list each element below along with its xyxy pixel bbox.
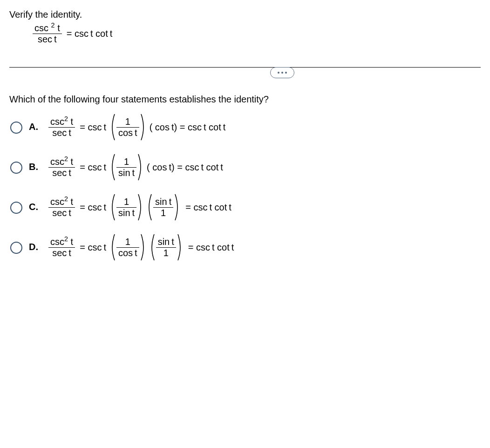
fraction: 1cos t xyxy=(116,116,139,138)
paren-group: 1sin t xyxy=(109,153,144,181)
eq-tail: = csc t cot t xyxy=(188,242,234,253)
fraction: 1cos t xyxy=(116,237,139,258)
fraction: sin t1 xyxy=(153,197,173,218)
identity-num-exp: 2 xyxy=(51,21,55,29)
ellipsis-icon xyxy=(278,72,279,74)
eq-mid-pre: = csc t xyxy=(80,242,106,253)
fraction: 1sin t xyxy=(116,156,136,178)
p1-num: 1 xyxy=(116,116,139,127)
eq-tail: ( cos t) = csc t cot t xyxy=(147,162,223,173)
choice-equation: csc2 tsec t= csc t1cos tsin t1= csc t co… xyxy=(48,233,234,261)
radio-option-b[interactable] xyxy=(10,162,22,174)
lhs-den: sec t xyxy=(48,207,75,218)
p2-den: 1 xyxy=(153,207,173,218)
choice-equation: csc2 tsec t= csc t1cos t( cos t) = csc t… xyxy=(48,113,225,141)
identity-equation: csc 2 t sec t = csc t cot t xyxy=(33,23,481,45)
p1-den: cos t xyxy=(116,127,139,138)
lhs-num: csc2 t xyxy=(48,156,75,167)
ellipsis-icon xyxy=(281,72,283,74)
eq-tail: ( cos t) = csc t cot t xyxy=(150,122,226,133)
choice-equation: csc2 tsec t= csc t1sin tsin t1= csc t co… xyxy=(48,193,231,221)
divider-line xyxy=(9,67,481,68)
lhs-num: csc2 t xyxy=(48,197,75,207)
p2-den: 1 xyxy=(156,247,176,258)
choice-equation: csc2 tsec t= csc t1sin t( cos t) = csc t… xyxy=(48,153,223,181)
eq-tail: = csc t cot t xyxy=(185,202,231,213)
identity-num-var: t xyxy=(57,23,60,33)
p2-num: sin t xyxy=(156,237,176,247)
eq-mid-pre: = csc t xyxy=(80,202,106,213)
lhs-fraction: csc2 tsec t xyxy=(48,197,75,218)
paren-group: sin t1 xyxy=(146,193,181,221)
choice-label: A. xyxy=(29,122,42,132)
eq-mid-pre: = csc t xyxy=(80,122,106,133)
lhs-den: sec t xyxy=(48,127,75,138)
radio-option-c[interactable] xyxy=(10,202,22,214)
choice-label: B. xyxy=(29,162,42,172)
prompt-text: Verify the identity. xyxy=(9,9,481,20)
identity-rhs: = csc t cot t xyxy=(67,28,113,39)
identity-num-fn: csc xyxy=(34,23,48,33)
p1-num: 1 xyxy=(116,237,139,247)
p1-den: sin t xyxy=(116,207,136,218)
lhs-fraction: csc2 tsec t xyxy=(48,156,75,178)
radio-option-a[interactable] xyxy=(10,122,22,134)
lhs-num: csc2 t xyxy=(48,237,75,247)
choice-row: C.csc2 tsec t= csc t1sin tsin t1= csc t … xyxy=(10,193,481,221)
choice-label: D. xyxy=(29,242,42,252)
paren-group: sin t1 xyxy=(149,233,184,261)
lhs-fraction: csc2 tsec t xyxy=(48,237,75,258)
fraction: 1sin t xyxy=(116,197,136,218)
paren-group: 1sin t xyxy=(109,193,144,221)
p1-den: cos t xyxy=(116,247,139,258)
fraction: sin t1 xyxy=(156,237,176,258)
lhs-num: csc2 t xyxy=(48,116,75,127)
identity-lhs-fraction: csc 2 t sec t xyxy=(33,23,62,45)
choice-row: B.csc2 tsec t= csc t1sin t( cos t) = csc… xyxy=(10,153,481,181)
choice-row: A.csc2 tsec t= csc t1cos t( cos t) = csc… xyxy=(10,113,481,141)
paren-group: 1cos t xyxy=(109,113,147,141)
lhs-fraction: csc2 tsec t xyxy=(48,116,75,138)
question-text: Which of the following four statements e… xyxy=(9,94,481,105)
more-options-button[interactable] xyxy=(270,67,294,78)
choice-row: D.csc2 tsec t= csc t1cos tsin t1= csc t … xyxy=(10,233,481,261)
p1-num: 1 xyxy=(116,197,136,207)
paren-group: 1cos t xyxy=(109,233,147,261)
divider xyxy=(9,67,481,78)
eq-mid-pre: = csc t xyxy=(80,162,106,173)
ellipsis-icon xyxy=(285,72,287,74)
p2-num: sin t xyxy=(153,197,173,207)
choices-group: A.csc2 tsec t= csc t1cos t( cos t) = csc… xyxy=(10,113,481,261)
radio-option-d[interactable] xyxy=(10,242,22,254)
identity-den: sec t xyxy=(33,34,62,45)
p1-num: 1 xyxy=(116,156,136,167)
p1-den: sin t xyxy=(116,167,136,178)
lhs-den: sec t xyxy=(48,167,75,178)
lhs-den: sec t xyxy=(48,247,75,258)
choice-label: C. xyxy=(29,202,42,212)
